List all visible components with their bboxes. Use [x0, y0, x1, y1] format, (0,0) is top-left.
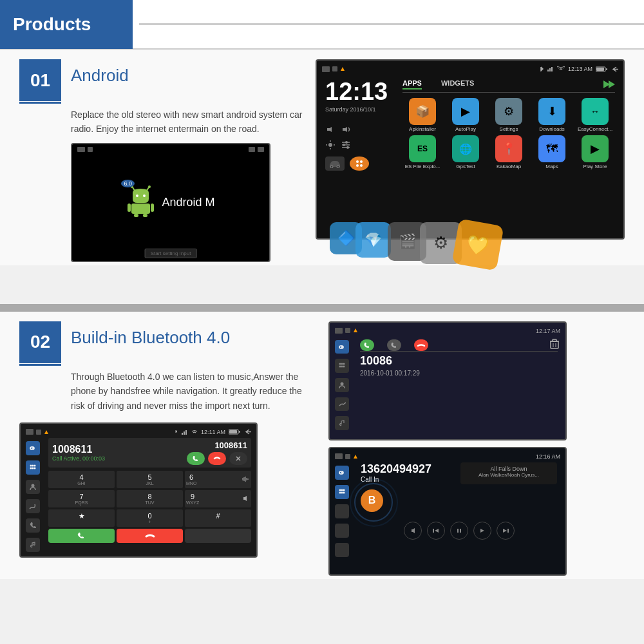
apps-status-left	[322, 66, 345, 72]
floating-icon-1: 🔷	[330, 222, 362, 254]
music-pause-btn[interactable]	[450, 522, 468, 540]
app-apkinstaller[interactable]: 📦 ApkInstaller	[402, 98, 442, 132]
key-hash[interactable]: #	[185, 509, 251, 527]
call-green-btn[interactable]	[48, 529, 115, 543]
inc-top-row: 13620494927 Call In All Falls Down Alan …	[361, 462, 557, 484]
key-4[interactable]: 4GHI	[48, 471, 115, 488]
android-m-content: 6.0	[126, 185, 214, 220]
bt-title-row: 02 Build-in Bluetooth 4.0	[19, 321, 316, 363]
ch-middle-tab[interactable]	[387, 339, 401, 351]
status-nav-icon	[77, 147, 85, 152]
ch-end-tab[interactable]	[414, 339, 428, 351]
key-6[interactable]: 6MNO	[185, 471, 251, 488]
svg-marker-45	[44, 430, 48, 434]
music-next-btn[interactable]	[497, 522, 515, 540]
inc-music-icon	[335, 543, 349, 557]
app-playstore[interactable]: ▶ Play Store	[575, 135, 615, 169]
apps-tab-apps[interactable]: APPS	[402, 79, 422, 90]
volume-low-icon	[325, 126, 336, 133]
ch-link-icon[interactable]	[335, 340, 349, 354]
key-star[interactable]: ★	[48, 509, 115, 527]
ch-keypad-icon[interactable]	[335, 359, 349, 373]
apps-status-right: 12:13 AM	[538, 66, 618, 72]
inc-main: 13620494927 Call In All Falls Down Alan …	[357, 462, 560, 578]
dial-top-right: 1008611	[187, 440, 247, 465]
ch-forward-icon[interactable]	[335, 397, 349, 412]
ch-music-icon[interactable]	[335, 416, 349, 430]
svg-rect-22	[596, 68, 604, 71]
dial-person-icon	[26, 480, 40, 494]
dial-right-number: 1008611	[187, 440, 247, 450]
dial-answer-btn[interactable]	[187, 452, 205, 465]
ch-person-icon[interactable]	[335, 378, 349, 392]
dial-main-number: 1008611	[52, 444, 105, 455]
app-maps[interactable]: 🗺 Maps	[532, 135, 572, 169]
android-title: Android	[71, 66, 129, 86]
wifi-icon	[557, 66, 565, 71]
bluetooth-section: 02 Build-in Bluetooth 4.0 Through Blueto…	[0, 312, 644, 579]
music-prev-btn[interactable]	[427, 522, 445, 540]
dial-number-row: 1008611 Call Active, 00:00:03 1008611	[48, 438, 251, 468]
svg-marker-93	[503, 529, 507, 533]
music-play-btn[interactable]	[473, 522, 491, 540]
settings-label: Settings	[500, 126, 518, 132]
app-easyconnect[interactable]: ↔ EasyConnect...	[575, 98, 615, 132]
bt-icon	[538, 66, 544, 71]
svg-point-33	[343, 144, 345, 146]
maps-icon: 🗺	[538, 135, 565, 162]
empty-btn	[185, 529, 251, 543]
svg-point-66	[339, 363, 341, 365]
dial-battery-icon	[229, 429, 240, 435]
dial-bt-icon	[173, 430, 178, 435]
key-8[interactable]: 8TUV	[117, 490, 183, 507]
music-volume-btn[interactable]	[404, 522, 422, 540]
next-icon	[502, 527, 509, 534]
android-section: 01 Android Replace the old stereo with n…	[0, 50, 644, 265]
number-badge-01: 01	[19, 59, 61, 101]
app-kakaomap[interactable]: 📍 KakaoMap	[489, 135, 529, 169]
svg-rect-14	[143, 214, 147, 217]
ch-number: 10086	[360, 354, 558, 368]
inc-link-svg	[338, 469, 346, 477]
svg-rect-20	[551, 67, 553, 71]
svg-rect-79	[345, 454, 350, 459]
key-7[interactable]: 7PQRS	[48, 490, 115, 507]
key-9[interactable]: 9WXYZ	[185, 490, 251, 507]
app-esfile[interactable]: ES ES File Explo...	[402, 135, 442, 169]
svg-rect-46	[182, 433, 183, 435]
inc-triangle-icon	[353, 454, 358, 459]
inc-avatar-container: B	[361, 489, 383, 512]
ch-phone-green-icon	[363, 342, 371, 348]
android-robot-svg	[126, 185, 155, 217]
prev-icon	[432, 527, 440, 534]
ch-trash-icon[interactable]	[550, 339, 559, 351]
ch-answer-tab[interactable]	[360, 339, 374, 351]
ch-status-right: 12:17 AM	[536, 328, 560, 334]
autoplay-icon: ▶	[452, 98, 479, 125]
svg-point-35	[330, 166, 333, 168]
apps-tab-widgets[interactable]: WIDGETS	[441, 79, 474, 90]
svg-point-58	[34, 467, 36, 469]
inc-nav-icon	[335, 453, 343, 459]
app-downloads[interactable]: ⬇ Downloads	[532, 98, 572, 132]
dial-lock-icon	[36, 430, 41, 435]
dial-close-btn[interactable]	[229, 452, 247, 465]
music-controls-row	[361, 522, 557, 540]
music-song-label: All Falls Down	[466, 466, 552, 472]
app-autoplay[interactable]: ▶ AutoPlay	[446, 98, 486, 132]
key-0[interactable]: 0+	[117, 509, 183, 527]
signal-icon	[249, 147, 255, 152]
ch-time: 12:17 AM	[536, 328, 560, 334]
dial-screenshot: 12:11 AM	[19, 422, 258, 558]
ch-sidebar	[335, 337, 357, 430]
svg-point-7	[148, 185, 151, 188]
app-settings[interactable]: ⚙ Settings	[489, 98, 529, 132]
clock-time: 12:13	[325, 79, 396, 104]
hangup-red-btn[interactable]	[117, 529, 183, 543]
android-left: 01 Android Replace the old stereo with n…	[19, 59, 303, 262]
dial-end-btn[interactable]	[208, 452, 226, 465]
svg-rect-2	[249, 147, 255, 152]
key-5[interactable]: 5JKL	[117, 471, 183, 488]
dial-status-right: 12:11 AM	[173, 429, 251, 435]
app-gpstest[interactable]: 🌐 GpsTest	[446, 135, 486, 169]
